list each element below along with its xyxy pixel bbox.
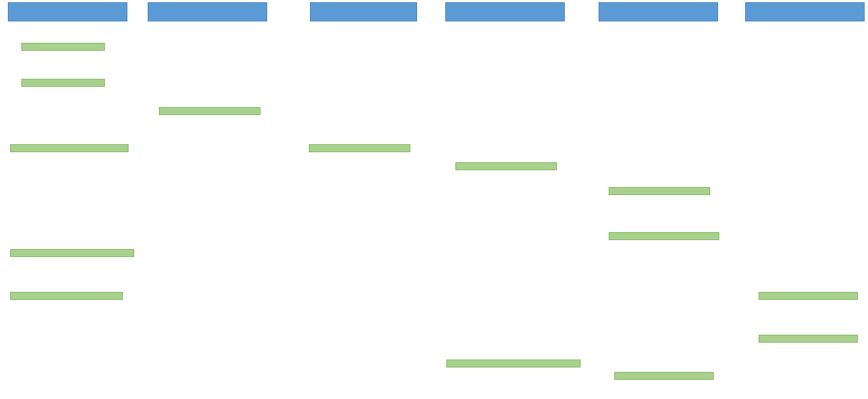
lane-header-activitymanagerservice <box>148 2 267 21</box>
lane-header-activitythread <box>8 2 127 21</box>
node-attach <box>21 79 105 87</box>
node-on-context <box>614 372 714 380</box>
node-handle-bind-application <box>10 144 129 152</box>
node-attach-application <box>159 107 260 115</box>
arrows-overlay <box>0 0 868 399</box>
node-make-application <box>309 144 410 152</box>
node-new-application <box>455 162 557 170</box>
lane-header-loaderapk <box>310 2 417 21</box>
lane-header-contentprovider <box>745 2 865 21</box>
node-attach-base-context <box>609 232 719 240</box>
node-install-content-providers <box>10 249 134 257</box>
node-on-create <box>759 335 858 343</box>
lane-header-application <box>599 2 718 21</box>
node-attach-2 <box>609 187 710 195</box>
lane-header-instrumentation <box>445 2 565 21</box>
node-main <box>21 43 105 51</box>
node-attach-info <box>759 292 858 300</box>
node-call-application-on-create <box>446 360 581 367</box>
diagram-stage <box>0 0 868 399</box>
node-install-provider <box>10 292 123 300</box>
